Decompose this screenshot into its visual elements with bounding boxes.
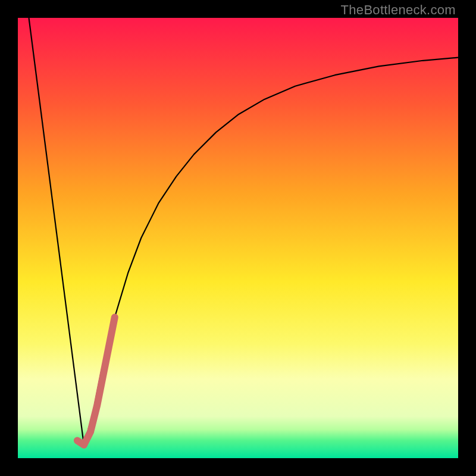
gradient-background [18,18,458,458]
plot-frame [18,18,458,458]
bottleneck-chart [18,18,458,458]
watermark-text: TheBottleneck.com [341,2,456,18]
